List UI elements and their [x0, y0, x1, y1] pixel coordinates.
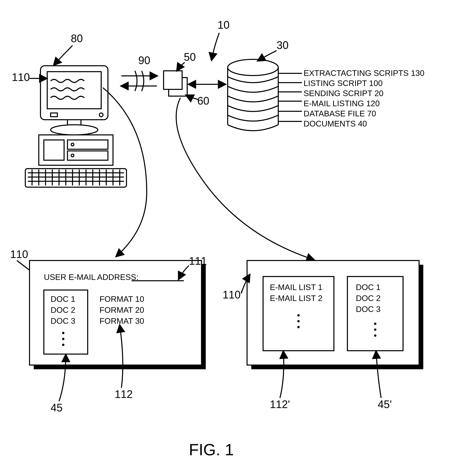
ref-112-prime: 112': [270, 398, 290, 410]
ref-112: 112: [115, 388, 133, 400]
docp1: DOC 1: [356, 283, 381, 292]
arrow-server-to-right-window: [176, 98, 314, 260]
svg-point-51: [297, 326, 300, 328]
email-address-label: USER E-MAIL ADDRESS:: [44, 273, 138, 281]
db-layer-5: DOCUMENTS 40: [303, 119, 367, 128]
webpage-right: E-MAIL LIST 1 E-MAIL LIST 2 DOC 1 DOC 2 …: [247, 261, 423, 369]
ref-90: 90: [138, 54, 150, 67]
format1: FORMAT 10: [100, 295, 144, 304]
svg-rect-7: [44, 140, 64, 160]
svg-point-43: [62, 332, 64, 334]
svg-point-5: [51, 125, 98, 135]
svg-point-54: [374, 334, 376, 337]
svg-rect-12: [25, 169, 127, 187]
ref-110-prime: 110': [223, 289, 243, 301]
svg-point-44: [62, 338, 64, 340]
ref-80: 80: [71, 32, 83, 44]
ref-45-prime: 45': [378, 398, 392, 410]
doc3: DOC 3: [51, 316, 75, 325]
svg-point-52: [374, 323, 376, 325]
database-stack: [228, 59, 278, 131]
ref-30: 30: [276, 39, 289, 51]
email-list-1: E-MAIL LIST 1: [270, 283, 322, 292]
svg-rect-2: [51, 113, 57, 117]
server-boxes: [163, 71, 187, 96]
email-list-2: E-MAIL LIST 2: [270, 294, 322, 303]
ref-60: 60: [197, 95, 209, 107]
ref-10: 10: [217, 19, 230, 31]
svg-point-50: [297, 320, 300, 322]
patent-figure: 80 110 90 50 60 10 30: [0, 0, 456, 476]
computer-workstation: [25, 66, 127, 187]
db-layer-3: E-MAIL LISTING 120: [303, 99, 380, 108]
format2: FORMAT 20: [100, 306, 144, 314]
docp3: DOC 3: [356, 305, 381, 314]
db-layer-2: SENDING SCRIPT 20: [303, 89, 384, 98]
svg-point-45: [62, 344, 64, 346]
docp2: DOC 2: [356, 294, 381, 303]
db-layer-1: LISTING SCRIPT 100: [303, 79, 383, 88]
db-layer-0: EXTRACTACTING SCRIPTS 130: [303, 69, 424, 77]
doc1: DOC 1: [51, 295, 75, 304]
ref-111: 111: [189, 255, 207, 267]
svg-point-53: [374, 328, 376, 331]
ref-45: 45: [51, 402, 63, 414]
svg-point-49: [297, 314, 300, 316]
figure-label: FIG. 1: [189, 441, 234, 459]
svg-line-46: [17, 261, 29, 270]
ref-110-left: 110: [10, 248, 28, 260]
svg-rect-31: [163, 71, 182, 89]
db-layer-4: DATABASE FILE 70: [303, 109, 376, 118]
ref-110-top: 110: [12, 71, 30, 83]
db-layer-leaders: [278, 73, 302, 121]
svg-point-34: [228, 59, 278, 76]
format3: FORMAT 30: [100, 316, 144, 325]
webpage-left: USER E-MAIL ADDRESS: DOC 1 DOC 2 DOC 3 F…: [29, 261, 206, 369]
ref-50: 50: [184, 51, 196, 63]
svg-point-3: [99, 113, 103, 117]
network-link: [121, 71, 157, 91]
doc2: DOC 2: [51, 306, 75, 314]
svg-rect-1: [47, 72, 101, 109]
